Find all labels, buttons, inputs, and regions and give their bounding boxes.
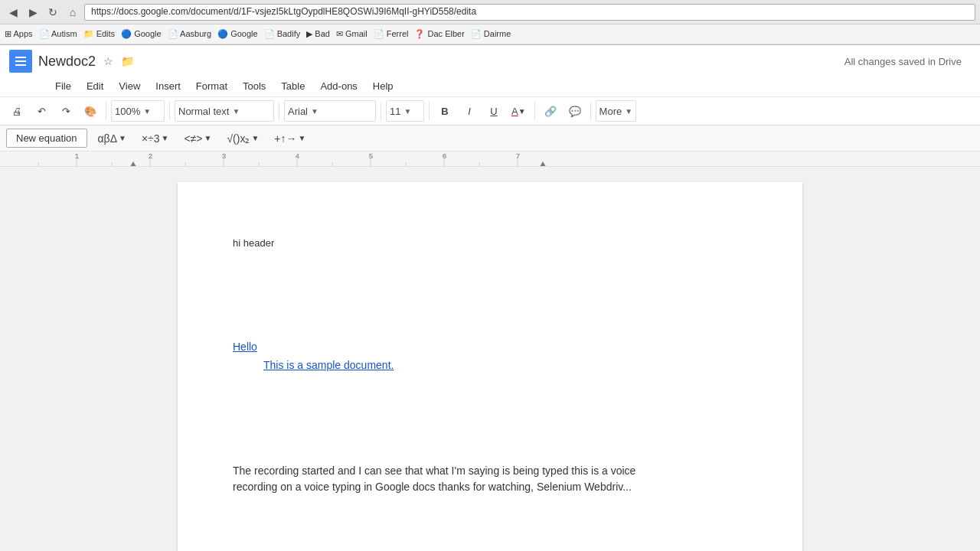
bookmark-apps[interactable]: ⊞ Apps [5,29,33,39]
home-button[interactable]: ⌂ [64,4,81,21]
separator-4 [381,102,381,120]
menu-tools[interactable]: Tools [235,76,273,96]
svg-rect-0 [0,152,980,167]
font-family-selector[interactable]: Arial ▼ [284,100,376,122]
math-button[interactable]: √()x₂ ▼ [222,131,263,146]
bookmark-ferrel[interactable]: 📄 Ferrel [374,29,409,39]
sample-link[interactable]: This is a sample document. [263,359,394,371]
separator-6 [534,102,535,120]
math-group: √()x₂ ▼ [222,131,263,146]
bookmark-dairme[interactable]: 📄 Dairme [471,29,511,39]
print-button[interactable]: 🖨 [6,100,28,122]
style-selector[interactable]: Normal text ▼ [175,100,274,122]
menu-edit[interactable]: Edit [79,76,111,96]
relations-button[interactable]: <≠> ▼ [179,131,216,146]
menu-addons[interactable]: Add-ons [312,76,364,96]
bookmark-gmail[interactable]: ✉ Gmail [336,29,368,39]
undo-button[interactable]: ↶ [31,100,52,122]
menu-table[interactable]: Table [273,76,312,96]
misc-button[interactable]: ×÷3 ▼ [137,131,174,146]
title-row: Newdoc2 ☆ 📁 All changes saved in Drive [9,50,971,73]
greek-letters-group: αβΔ ▼ [93,131,131,146]
bookmark-badify[interactable]: 📄 Badify [264,29,301,39]
separator-1 [106,102,106,120]
docs-app: Newdoc2 ☆ 📁 All changes saved in Drive F… [0,45,980,551]
redo-button[interactable]: ↷ [55,100,77,122]
svg-text:2: 2 [149,152,152,160]
underline-button[interactable]: U [483,100,505,122]
bookmark-google2[interactable]: 🔵 Google [217,29,258,39]
separator-3 [279,102,279,120]
menu-bar: File Edit View Insert Format Tools Table… [9,76,971,96]
separator-7 [590,102,591,120]
title-bar: Newdoc2 ☆ 📁 All changes saved in Drive F… [0,45,980,97]
font-size-selector[interactable]: 11 ▼ [386,100,424,122]
bookmark-bad[interactable]: ▶ Bad [306,29,330,39]
document-area[interactable]: hi header Hello This is a sample documen… [0,167,980,551]
hello-paragraph: Hello [233,341,747,353]
separator-2 [169,102,170,120]
math-arrow-icon: ▼ [251,134,259,142]
svg-text:7: 7 [516,152,520,160]
hamburger-menu[interactable] [9,50,32,73]
equation-toolbar: New equation αβΔ ▼ ×÷3 ▼ <≠> ▼ √()x₂ ▼ [0,126,980,152]
new-equation-button[interactable]: New equation [6,129,87,148]
bookmark-google[interactable]: 🔵 Google [121,29,162,39]
menu-help[interactable]: Help [365,76,401,96]
bold-button[interactable]: B [434,100,456,122]
svg-text:4: 4 [296,152,299,160]
link-button[interactable]: 🔗 [540,100,561,122]
misc-group: ×÷3 ▼ [137,131,174,146]
folder-icon[interactable]: 📁 [121,55,134,67]
text-color-arrow: ▼ [518,107,526,116]
zoom-selector[interactable]: 100% ▼ [111,100,165,122]
document-header: hi header [233,237,747,249]
body-text-2: recording on a voice typing in Google do… [233,481,632,493]
bookmark-aasburg[interactable]: 📄 Aasburg [168,29,211,39]
menu-file[interactable]: File [47,76,79,96]
body-text-1: The recording started and I can see that… [233,465,635,477]
document-page: hi header Hello This is a sample documen… [178,182,802,551]
greek-letters-button[interactable]: αβΔ ▼ [93,131,131,146]
hello-link[interactable]: Hello [233,341,257,353]
browser-chrome: ◀ ▶ ↻ ⌂ https://docs.google.com/document… [0,0,980,45]
hamburger-icon [15,57,26,66]
header-text: hi header [233,237,274,249]
comment-button[interactable]: 💬 [564,100,586,122]
browser-nav: ◀ ▶ ↻ ⌂ https://docs.google.com/document… [0,0,980,24]
bookmark-edits[interactable]: 📁 Edits [83,29,116,39]
bookmark-dacElber[interactable]: ❓ Dac Elber [414,29,464,39]
separator-5 [429,102,430,120]
ruler: 1 2 3 4 5 6 7 [0,152,980,167]
more-arrow-icon: ▼ [625,107,632,116]
menu-insert[interactable]: Insert [148,76,188,96]
italic-button[interactable]: I [459,100,480,122]
more-button[interactable]: More ▼ [596,100,637,122]
greek-arrow-icon: ▼ [119,134,126,142]
address-bar[interactable]: https://docs.google.com/document/d/1F-vs… [84,4,975,21]
arrows-group: +↑→ ▼ [270,131,310,146]
save-status: All changes saved in Drive [844,51,971,72]
svg-text:1: 1 [75,152,79,160]
bookmark-autism[interactable]: 📄 Autism [39,29,77,39]
zoom-arrow-icon: ▼ [143,107,151,116]
text-color-button[interactable]: A ▼ [508,100,530,122]
sample-paragraph: This is a sample document. [263,359,747,371]
back-button[interactable]: ◀ [5,4,21,21]
arrows-button[interactable]: +↑→ ▼ [270,131,310,146]
document-title[interactable]: Newdoc2 [38,54,96,70]
body-text: The recording started and I can see that… [233,463,747,495]
forward-button[interactable]: ▶ [24,4,41,21]
relations-arrow-icon: ▼ [204,134,212,142]
font-arrow-icon: ▼ [311,107,318,116]
relations-group: <≠> ▼ [179,131,216,146]
menu-format[interactable]: Format [188,76,235,96]
svg-text:5: 5 [369,152,373,160]
menu-view[interactable]: View [111,76,148,96]
paint-format-button[interactable]: 🎨 [80,100,101,122]
main-toolbar: 🖨 ↶ ↷ 🎨 100% ▼ Normal text ▼ Arial ▼ 11 … [0,97,980,126]
style-arrow-icon: ▼ [232,107,240,116]
refresh-button[interactable]: ↻ [44,4,61,21]
star-icon[interactable]: ☆ [103,55,113,67]
text-color-label: A [511,106,518,117]
